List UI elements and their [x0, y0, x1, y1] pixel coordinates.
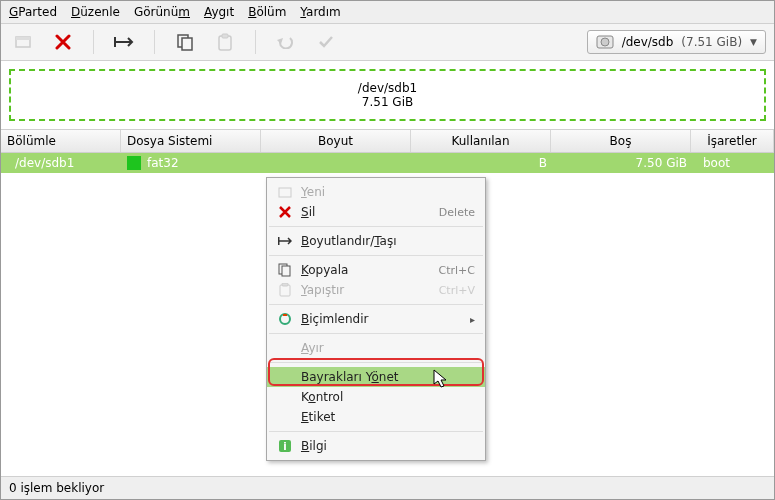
col-partition[interactable]: Bölümle [1, 130, 121, 152]
row-filesystem: fat32 [147, 156, 179, 170]
svg-rect-4 [182, 38, 192, 50]
svg-rect-10 [278, 237, 280, 245]
accel: Ctrl+V [439, 284, 475, 297]
menu-item-format[interactable]: Biçimlendir [267, 309, 485, 329]
menu-edit[interactable]: Düzenle [71, 5, 120, 19]
svg-text:i: i [283, 441, 286, 452]
status-bar: 0 işlem bekliyor [1, 476, 774, 499]
table-header: Bölümle Dosya Sistemi Boyut Kullanılan B… [1, 129, 774, 153]
menu-help[interactable]: Yardım [300, 5, 340, 19]
col-free[interactable]: Boş [551, 130, 691, 152]
info-icon: i [277, 439, 293, 453]
context-menu: Yeni Sil Delete Boyutlandır/Taşı Kopyala… [266, 177, 486, 461]
svg-rect-12 [282, 266, 290, 276]
svg-rect-9 [279, 188, 291, 197]
row-used: B [539, 156, 547, 170]
diskmap-partition-size: 7.51 GiB [17, 95, 758, 109]
menu-item-delete[interactable]: Sil Delete [267, 202, 485, 222]
new-icon [277, 186, 293, 198]
menu-item-check[interactable]: Kontrol [267, 387, 485, 407]
diskmap-partition-name: /dev/sdb1 [17, 81, 758, 95]
svg-rect-2 [114, 37, 116, 47]
col-used[interactable]: Kullanılan [411, 130, 551, 152]
table-row[interactable]: /dev/sdb1 fat32 B 7.50 GiB boot [1, 153, 774, 173]
paste-icon [277, 283, 293, 297]
menu-item-new: Yeni [267, 182, 485, 202]
menu-item-unmount: Ayır [267, 338, 485, 358]
paste-button [211, 30, 239, 54]
menu-item-resize[interactable]: Boyutlandır/Taşı [267, 231, 485, 251]
menu-item-paste: Yapıştır Ctrl+V [267, 280, 485, 300]
row-partition: /dev/sdb1 [15, 156, 74, 170]
toolbar: /dev/sdb (7.51 GiB) ▼ [1, 24, 774, 61]
svg-rect-6 [222, 34, 228, 38]
device-path: /dev/sdb [622, 35, 674, 49]
row-free: 7.50 GiB [636, 156, 687, 170]
delete-button[interactable] [49, 30, 77, 54]
menu-partition[interactable]: Bölüm [248, 5, 286, 19]
menu-view[interactable]: Görünüm [134, 5, 190, 19]
svg-point-8 [601, 38, 609, 46]
menu-item-info[interactable]: i Bilgi [267, 436, 485, 456]
device-selector[interactable]: /dev/sdb (7.51 GiB) ▼ [587, 30, 766, 54]
fs-color-swatch [127, 156, 141, 170]
disk-map[interactable]: /dev/sdb1 7.51 GiB [9, 69, 766, 121]
svg-rect-13 [280, 285, 290, 296]
svg-rect-14 [282, 283, 288, 286]
accel: Delete [439, 206, 475, 219]
delete-icon [277, 206, 293, 218]
copy-icon [277, 263, 293, 277]
resize-button[interactable] [110, 30, 138, 54]
resize-icon [277, 236, 293, 246]
col-filesystem[interactable]: Dosya Sistemi [121, 130, 261, 152]
menu-item-copy[interactable]: Kopyala Ctrl+C [267, 260, 485, 280]
svg-rect-1 [16, 37, 30, 40]
menu-device[interactable]: Aygıt [204, 5, 234, 19]
col-size[interactable]: Boyut [261, 130, 411, 152]
row-flags: boot [703, 156, 730, 170]
harddisk-icon [596, 35, 614, 49]
menu-item-label[interactable]: Etiket [267, 407, 485, 427]
menu-item-manage-flags[interactable]: Bayrakları Yönet [267, 367, 485, 387]
new-partition-button [9, 30, 37, 54]
copy-button[interactable] [171, 30, 199, 54]
accel: Ctrl+C [439, 264, 475, 277]
undo-button [272, 30, 300, 54]
col-flags[interactable]: İşaretler [691, 130, 774, 152]
menubar: GGPartedParted Düzenle Görünüm Aygıt Böl… [1, 1, 774, 24]
device-size: (7.51 GiB) [681, 35, 742, 49]
chevron-down-icon: ▼ [750, 37, 757, 47]
menu-gparted[interactable]: GGPartedParted [9, 5, 57, 19]
status-text: 0 işlem bekliyor [9, 481, 104, 495]
apply-button [312, 30, 340, 54]
format-icon [277, 312, 293, 326]
